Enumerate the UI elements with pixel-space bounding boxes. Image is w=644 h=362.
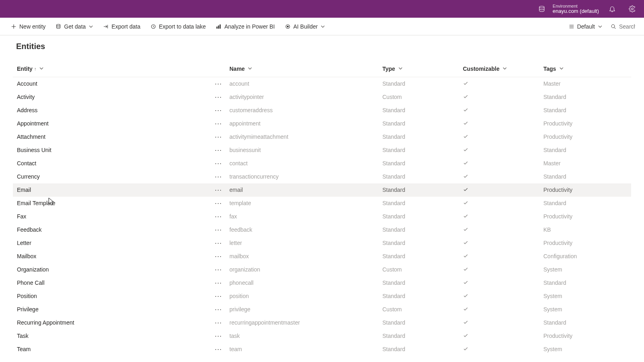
cell-entity[interactable]: Account [13, 77, 210, 90]
row-more-cell: ⋯ [210, 144, 226, 157]
chevron-down-icon [89, 23, 93, 30]
cell-entity[interactable]: Email Template [13, 197, 210, 210]
search-icon [610, 23, 617, 30]
more-actions-icon[interactable]: ⋯ [215, 212, 222, 220]
ai-builder-button[interactable]: AI Builder [281, 21, 329, 32]
cell-customizable [460, 250, 540, 263]
cell-entity[interactable]: Letter [13, 237, 210, 250]
more-actions-icon[interactable]: ⋯ [215, 133, 222, 141]
cell-entity[interactable]: Business Unit [13, 144, 210, 157]
notifications-button[interactable] [605, 2, 619, 16]
more-actions-icon[interactable]: ⋯ [215, 106, 222, 114]
table-row[interactable]: Fax⋯faxStandardProductivity [13, 210, 631, 223]
row-more-cell: ⋯ [210, 197, 226, 210]
search-input[interactable] [619, 23, 635, 30]
table-row[interactable]: Address⋯customeraddressStandardStandard [13, 104, 631, 117]
cell-entity[interactable]: Email [13, 183, 210, 197]
cell-entity[interactable]: Address [13, 104, 210, 117]
more-actions-icon[interactable]: ⋯ [215, 239, 222, 247]
table-row[interactable]: Email Template⋯templateStandardStandard [13, 197, 631, 210]
more-actions-icon[interactable]: ⋯ [215, 93, 222, 101]
new-entity-button[interactable]: New entity [6, 21, 50, 32]
search-box[interactable] [608, 22, 638, 31]
cell-tags: Productivity [540, 237, 631, 250]
table-row[interactable]: Phone Call⋯phonecallStandardStandard [13, 276, 631, 290]
export-to-data-lake-button[interactable]: Export to data lake [146, 21, 210, 32]
analyze-power-bi-button[interactable]: Analyze in Power BI [211, 21, 279, 32]
table-row[interactable]: Letter⋯letterStandardProductivity [13, 237, 631, 250]
column-header-customizable[interactable]: Customizable [463, 66, 507, 72]
column-header-name[interactable]: Name [229, 66, 252, 72]
more-actions-icon[interactable]: ⋯ [215, 279, 222, 287]
cell-name: letter [226, 237, 379, 250]
table-row[interactable]: Mailbox⋯mailboxStandardConfiguration [13, 250, 631, 263]
more-actions-icon[interactable]: ⋯ [215, 265, 222, 274]
plus-icon [10, 23, 17, 30]
column-header-tags[interactable]: Tags [543, 66, 564, 72]
column-header-type[interactable]: Type [382, 66, 402, 72]
cell-entity[interactable]: Task [13, 329, 210, 343]
cell-entity[interactable]: Phone Call [13, 276, 210, 290]
table-row[interactable]: Task⋯taskStandardProductivity [13, 329, 631, 343]
table-row[interactable]: Organization⋯organizationCustomSystem [13, 263, 631, 276]
table-row[interactable]: Attachment⋯activitymimeattachmentStandar… [13, 130, 631, 144]
cell-name: customeraddress [226, 104, 379, 117]
more-actions-icon[interactable]: ⋯ [215, 226, 222, 234]
more-actions-icon[interactable]: ⋯ [215, 186, 222, 194]
table-row[interactable]: Position⋯positionStandardSystem [13, 290, 631, 303]
view-selector[interactable]: Default [564, 21, 606, 32]
column-header-entity[interactable]: Entity ↑ [17, 66, 43, 72]
chevron-down-icon [598, 23, 602, 30]
cell-type: Standard [379, 157, 460, 170]
more-actions-icon[interactable]: ⋯ [215, 332, 222, 340]
more-actions-icon[interactable]: ⋯ [215, 305, 222, 313]
table-row[interactable]: Email⋯emailStandardProductivity [13, 183, 631, 197]
settings-button[interactable] [625, 2, 639, 16]
cell-entity[interactable]: Activity [13, 90, 210, 104]
cell-name: position [226, 290, 379, 303]
table-row[interactable]: Currency⋯transactioncurrencyStandardStan… [13, 170, 631, 183]
cell-entity[interactable]: Team [13, 343, 210, 356]
table-row[interactable]: Privilege⋯privilegeCustomSystem [13, 303, 631, 316]
more-actions-icon[interactable]: ⋯ [215, 345, 222, 353]
cell-name: team [226, 343, 379, 356]
more-actions-icon[interactable]: ⋯ [215, 146, 222, 154]
table-row[interactable]: Business Unit⋯businessunitStandardStanda… [13, 144, 631, 157]
database-icon [55, 23, 62, 30]
environment-picker[interactable]: Environment enayu.com (default) [535, 2, 599, 16]
table-row[interactable]: Feedback⋯feedbackStandardKB [13, 223, 631, 237]
svg-point-8 [287, 26, 289, 27]
table-row[interactable]: Contact⋯contactStandardMaster [13, 157, 631, 170]
cell-entity[interactable]: Mailbox [13, 250, 210, 263]
table-row[interactable]: Appointment⋯appointmentStandardProductiv… [13, 117, 631, 130]
cell-entity[interactable]: Contact [13, 157, 210, 170]
table-row[interactable]: Team⋯teamStandardSystem [13, 343, 631, 356]
cell-entity[interactable]: Position [13, 290, 210, 303]
cell-entity[interactable]: Feedback [13, 223, 210, 237]
more-actions-icon[interactable]: ⋯ [215, 319, 222, 327]
cell-entity[interactable]: Recurring Appointment [13, 316, 210, 329]
more-actions-icon[interactable]: ⋯ [215, 292, 222, 300]
cell-entity[interactable]: Currency [13, 170, 210, 183]
export-data-button[interactable]: Export data [99, 21, 144, 32]
more-actions-icon[interactable]: ⋯ [215, 119, 222, 128]
more-actions-icon[interactable]: ⋯ [215, 199, 222, 207]
more-actions-icon[interactable]: ⋯ [215, 173, 222, 181]
get-data-button[interactable]: Get data [51, 21, 97, 32]
cell-entity[interactable]: Appointment [13, 117, 210, 130]
cell-customizable [460, 237, 540, 250]
cell-entity[interactable]: Organization [13, 263, 210, 276]
table-row[interactable]: Account⋯accountStandardMaster [13, 77, 631, 90]
table-row[interactable]: Recurring Appointment⋯recurringappointme… [13, 316, 631, 329]
cell-entity[interactable]: Fax [13, 210, 210, 223]
cell-entity[interactable]: Privilege [13, 303, 210, 316]
table-row[interactable]: Activity⋯activitypointerCustomStandard [13, 90, 631, 104]
cell-entity[interactable]: Attachment [13, 130, 210, 144]
row-more-cell: ⋯ [210, 223, 226, 237]
more-actions-icon[interactable]: ⋯ [215, 252, 222, 260]
cell-tags: KB [540, 223, 631, 237]
svg-point-9 [611, 25, 615, 28]
more-actions-icon[interactable]: ⋯ [215, 80, 222, 88]
more-actions-icon[interactable]: ⋯ [215, 159, 222, 167]
cell-tags: Standard [540, 104, 631, 117]
